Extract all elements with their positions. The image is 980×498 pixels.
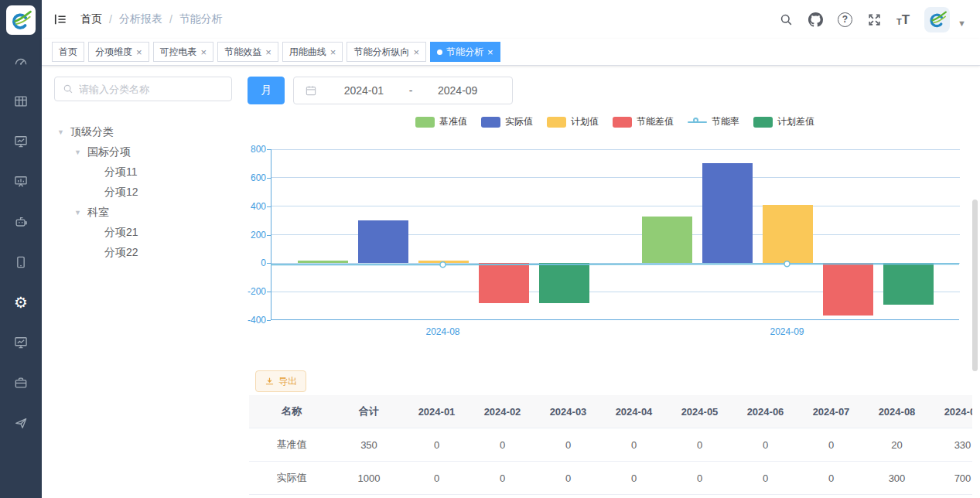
font-size-icon[interactable]: TT [896,13,910,26]
table-row-实际值: 实际值10000000000300700 [249,462,972,495]
tab-用能曲线[interactable]: 用能曲线× [282,42,343,62]
legend-line-marker [688,117,707,128]
tree-node-label: 分项22 [104,246,138,260]
table-cell: 0 [732,462,798,494]
legend-item-基准值[interactable]: 基准值 [415,115,467,128]
tab-close-icon[interactable]: × [201,47,207,57]
tree-node-分项22[interactable]: 分项22 [54,243,234,263]
tree-expand-caret[interactable]: ▼ [74,209,87,217]
briefcase-icon[interactable] [0,363,42,403]
monitor-chart-icon-2[interactable] [0,322,42,363]
tree-expand-caret[interactable]: ▼ [74,148,87,156]
dashboard-icon[interactable] [0,41,42,81]
y-axis-tickmark [267,320,271,321]
breadcrumb-item[interactable]: 节能分析 [179,12,223,26]
send-icon[interactable] [0,403,42,443]
table-cell: 0 [798,428,864,461]
data-table: 名称合计2024-012024-022024-032024-042024-052… [249,395,972,495]
active-tab-dot [437,49,442,55]
tab-label: 首页 [59,46,77,59]
table-header-cell: 2024-05 [667,395,732,428]
tree-node-分项21[interactable]: 分项21 [54,223,234,243]
navbar-right: ? TT ▼ [779,7,966,32]
breadcrumb-item[interactable]: 分析报表 [119,12,162,26]
legend-label: 实际值 [505,115,533,128]
download-icon [265,377,275,387]
table-cell: 0 [798,462,864,494]
scrollbar-thumb[interactable] [972,200,978,371]
tab-分项维度[interactable]: 分项维度× [88,42,149,62]
export-button[interactable]: 导出 [255,370,306,392]
tree-expand-caret[interactable]: ▼ [57,128,70,136]
tab-close-icon[interactable]: × [330,47,336,57]
legend-item-节能差值[interactable]: 节能差值 [613,115,674,128]
table-cell: 0 [535,428,601,461]
app-window: ⚙ 首页/分析报表/节能分析 [0,0,980,498]
calendar-icon [305,84,317,97]
y-axis-tick-label: -200 [248,286,266,297]
y-axis-tick-label: 400 [248,201,266,212]
tree-node-科室[interactable]: ▼科室 [54,203,234,223]
category-tree: ▼顶级分类▼国标分项分项11分项12▼科室分项21分项22 [54,122,234,263]
table-cell: 0 [667,428,732,461]
table-header-cell: 2024-09 [930,395,972,428]
tab-节能效益[interactable]: 节能效益× [217,42,278,62]
period-month-button[interactable]: 月 [248,77,285,104]
avatar[interactable] [924,7,950,32]
tab-close-icon[interactable]: × [265,47,271,57]
tab-节能分析纵向[interactable]: 节能分析纵向× [347,42,426,62]
table-header-cell: 2024-03 [535,395,601,428]
legend-label: 节能差值 [637,115,674,128]
content: ▼顶级分类▼国标分项分项11分项12▼科室分项21分项22 月 2024-01 … [42,66,980,498]
tab-close-icon[interactable]: × [413,47,419,57]
tab-close-icon[interactable]: × [487,47,493,57]
tree-node-label: 分项12 [104,186,138,200]
date-range-picker[interactable]: 2024-01 - 2024-09 [293,77,513,104]
tablet-icon[interactable] [0,242,42,282]
search-input[interactable] [79,84,224,95]
legend-item-计划值[interactable]: 计划值 [547,115,599,128]
tab-label: 节能分析纵向 [353,46,409,59]
tree-node-顶级分类[interactable]: ▼顶级分类 [54,122,234,142]
breadcrumb-item[interactable]: 首页 [80,12,102,26]
table-header-row: 名称合计2024-012024-022024-032024-042024-052… [249,395,972,428]
table-cell: 0 [601,462,667,494]
table-cell: 20 [864,428,930,461]
table-icon[interactable] [0,81,42,121]
tab-首页[interactable]: 首页 [52,42,84,62]
app-logo[interactable] [6,5,36,35]
help-icon[interactable]: ? [838,12,852,27]
tree-node-分项11[interactable]: 分项11 [54,162,234,182]
table-header-cell: 2024-06 [732,395,798,428]
search-input-icon [63,84,73,94]
table-header-cell: 2024-08 [864,395,930,428]
tree-node-国标分项[interactable]: ▼国标分项 [54,142,234,162]
tab-close-icon[interactable]: × [136,47,142,57]
table-cell: 0 [667,462,732,494]
tab-可控电表[interactable]: 可控电表× [153,42,214,62]
table-row-name: 基准值 [249,428,334,461]
date-end-value[interactable]: 2024-09 [414,84,501,97]
sidebar-toggle-icon[interactable] [53,12,68,27]
robot-icon[interactable] [0,202,42,242]
legend-item-实际值[interactable]: 实际值 [481,115,533,128]
search-box [54,77,232,101]
tree-node-分项12[interactable]: 分项12 [54,182,234,203]
github-icon[interactable] [808,12,823,27]
chart-board-icon[interactable] [0,162,42,202]
tab-节能分析[interactable]: 节能分析× [430,42,500,62]
y-axis-tick-label: 800 [248,144,266,155]
avatar-logo-icon [927,9,948,29]
search-icon[interactable] [779,12,794,27]
legend-item-节能率[interactable]: 节能率 [688,115,739,128]
chevron-down-icon[interactable]: ▼ [958,11,966,28]
legend-item-计划差值[interactable]: 计划差值 [753,115,814,128]
tab-label: 用能曲线 [289,46,326,59]
table-cell: 0 [404,462,470,494]
monitor-chart-icon[interactable] [0,121,42,162]
date-start-value[interactable]: 2024-01 [320,84,408,97]
gear-icon[interactable]: ⚙ [0,282,42,322]
chart-area: 基准值实际值计划值节能差值节能率计划差值 -400-20002004006008… [248,115,971,339]
fullscreen-icon[interactable] [867,12,882,27]
legend-swatch [481,117,500,128]
